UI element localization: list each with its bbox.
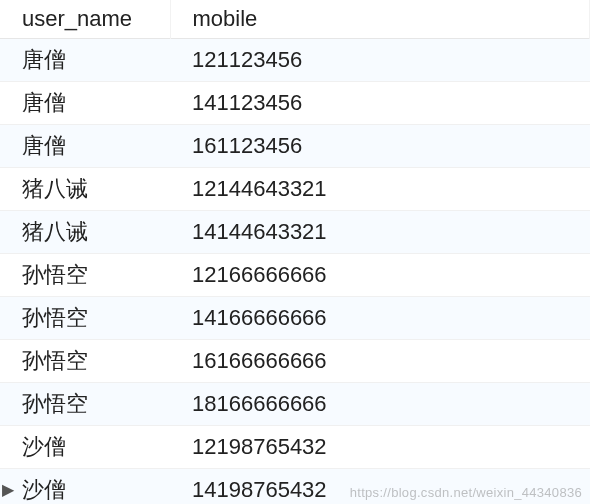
cell-mobile-text: 12198765432 bbox=[192, 434, 327, 459]
table-row[interactable]: 唐僧161123456 bbox=[0, 125, 590, 168]
cell-mobile[interactable]: 18166666666 bbox=[170, 383, 590, 426]
cell-mobile-text: 141123456 bbox=[192, 90, 302, 115]
table-row[interactable]: 猪八诫12144643321 bbox=[0, 168, 590, 211]
cell-user-name[interactable]: 猪八诫 bbox=[0, 211, 170, 254]
cell-mobile-text: 14198765432 bbox=[192, 477, 327, 502]
cell-user-name[interactable]: 孙悟空 bbox=[0, 254, 170, 297]
table-row[interactable]: 孙悟空16166666666 bbox=[0, 340, 590, 383]
cell-user-name[interactable]: 猪八诫 bbox=[0, 168, 170, 211]
cell-user-name-text: 沙僧 bbox=[22, 477, 66, 502]
cell-mobile-text: 14144643321 bbox=[192, 219, 327, 244]
cell-user-name[interactable]: ▶沙僧 bbox=[0, 469, 170, 505]
cell-mobile-text: 12166666666 bbox=[192, 262, 327, 287]
cell-mobile[interactable]: 14144643321 bbox=[170, 211, 590, 254]
cell-user-name[interactable]: 孙悟空 bbox=[0, 297, 170, 340]
cell-mobile[interactable]: 121123456 bbox=[170, 39, 590, 82]
table-row[interactable]: 孙悟空18166666666 bbox=[0, 383, 590, 426]
cell-user-name[interactable]: 孙悟空 bbox=[0, 383, 170, 426]
cell-mobile[interactable]: 12198765432 bbox=[170, 426, 590, 469]
table-row[interactable]: 唐僧141123456 bbox=[0, 82, 590, 125]
cell-mobile[interactable]: 12144643321 bbox=[170, 168, 590, 211]
table-body: 唐僧121123456唐僧141123456唐僧161123456猪八诫1214… bbox=[0, 39, 590, 505]
current-row-indicator-icon: ▶ bbox=[2, 482, 14, 498]
cell-mobile-text: 16166666666 bbox=[192, 348, 327, 373]
cell-user-name-text: 沙僧 bbox=[22, 434, 66, 459]
table-row[interactable]: 猪八诫14144643321 bbox=[0, 211, 590, 254]
cell-mobile-text: 121123456 bbox=[192, 47, 302, 72]
cell-user-name-text: 孙悟空 bbox=[22, 391, 88, 416]
cell-user-name[interactable]: 唐僧 bbox=[0, 39, 170, 82]
cell-user-name[interactable]: 唐僧 bbox=[0, 82, 170, 125]
cell-user-name-text: 唐僧 bbox=[22, 47, 66, 72]
cell-mobile[interactable]: 14198765432 bbox=[170, 469, 590, 505]
cell-mobile-text: 161123456 bbox=[192, 133, 302, 158]
table-row[interactable]: 孙悟空12166666666 bbox=[0, 254, 590, 297]
cell-mobile-text: 18166666666 bbox=[192, 391, 327, 416]
cell-user-name[interactable]: 孙悟空 bbox=[0, 340, 170, 383]
cell-user-name-text: 孙悟空 bbox=[22, 305, 88, 330]
cell-user-name-text: 唐僧 bbox=[22, 133, 66, 158]
table-row[interactable]: ▶沙僧14198765432 bbox=[0, 469, 590, 505]
cell-user-name[interactable]: 沙僧 bbox=[0, 426, 170, 469]
cell-user-name-text: 孙悟空 bbox=[22, 262, 88, 287]
cell-mobile[interactable]: 141123456 bbox=[170, 82, 590, 125]
cell-mobile[interactable]: 12166666666 bbox=[170, 254, 590, 297]
cell-user-name[interactable]: 唐僧 bbox=[0, 125, 170, 168]
table-row[interactable]: 孙悟空14166666666 bbox=[0, 297, 590, 340]
cell-user-name-text: 猪八诫 bbox=[22, 176, 88, 201]
table-row[interactable]: 沙僧12198765432 bbox=[0, 426, 590, 469]
table-row[interactable]: 唐僧121123456 bbox=[0, 39, 590, 82]
cell-mobile[interactable]: 14166666666 bbox=[170, 297, 590, 340]
cell-mobile-text: 12144643321 bbox=[192, 176, 327, 201]
cell-user-name-text: 唐僧 bbox=[22, 90, 66, 115]
table-header-row: user_name mobile bbox=[0, 0, 590, 39]
column-header-user-name[interactable]: user_name bbox=[0, 0, 170, 39]
cell-user-name-text: 猪八诫 bbox=[22, 219, 88, 244]
cell-mobile[interactable]: 161123456 bbox=[170, 125, 590, 168]
cell-user-name-text: 孙悟空 bbox=[22, 348, 88, 373]
column-header-mobile[interactable]: mobile bbox=[170, 0, 590, 39]
cell-mobile[interactable]: 16166666666 bbox=[170, 340, 590, 383]
result-table: user_name mobile 唐僧121123456唐僧141123456唐… bbox=[0, 0, 590, 504]
cell-mobile-text: 14166666666 bbox=[192, 305, 327, 330]
